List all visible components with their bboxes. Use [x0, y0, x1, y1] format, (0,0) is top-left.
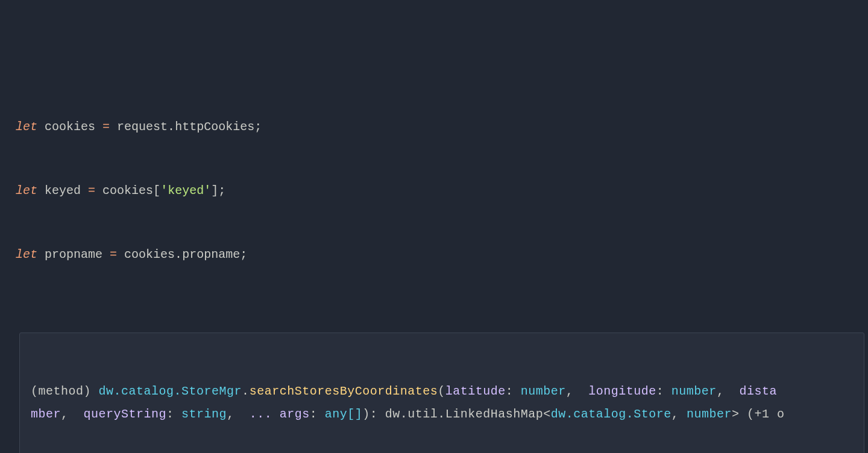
keyword-let: let	[16, 120, 37, 134]
keyword-let: let	[16, 248, 37, 261]
code-line[interactable]: let propname = cookies.propname;	[16, 244, 868, 266]
keyword-let: let	[16, 184, 37, 198]
identifier: propname	[45, 248, 102, 261]
signature-method-name: searchStoresByCoordinates	[250, 384, 438, 398]
property: httpCookies	[175, 120, 254, 134]
operator-eq: =	[102, 120, 110, 134]
code-line[interactable]: let keyed = cookies['keyed'];	[16, 180, 868, 202]
identifier: cookies	[45, 120, 95, 134]
code-line[interactable]: let cookies = request.httpCookies;	[16, 116, 868, 138]
identifier: keyed	[45, 184, 81, 198]
hover-tooltip[interactable]: (method) dw.catalog.StoreMgr.searchStore…	[19, 333, 864, 453]
overload-count: (+1 o	[747, 407, 785, 421]
identifier: request	[117, 120, 168, 134]
hover-signature: (method) dw.catalog.StoreMgr.searchStore…	[20, 375, 864, 432]
string-literal: 'keyed'	[160, 184, 211, 198]
